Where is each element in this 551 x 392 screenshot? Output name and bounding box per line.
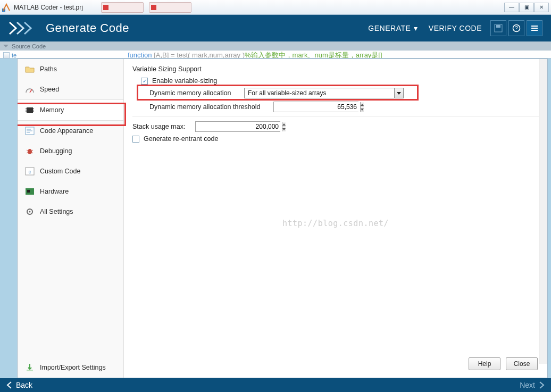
generate-reentrant-checkbox[interactable] <box>132 136 139 143</box>
spinner-up-icon[interactable] <box>282 122 286 127</box>
main-toolbar: Generate Code GENERATE ▾ VERIFY CODE ? <box>0 15 551 41</box>
sidebar-item-all-settings[interactable]: All Settings <box>18 202 123 222</box>
next-label: Next <box>520 381 535 389</box>
sidebar-item-label: Code Appearance <box>40 127 93 135</box>
footer-bar: Back Next <box>0 378 551 392</box>
svg-rect-7 <box>531 30 538 31</box>
page-heading: Generate Code <box>46 21 129 35</box>
background-tab <box>149 2 191 13</box>
import-export-icon <box>25 363 35 372</box>
dynamic-memory-allocation-label: Dynamic memory allocation <box>149 89 240 97</box>
sidebar-item-speed[interactable]: Speed <box>18 79 123 99</box>
sidebar-item-paths[interactable]: Paths <box>18 59 123 79</box>
gear-icon <box>25 207 35 216</box>
window-title: MATLAB Coder - test.prj <box>13 4 83 11</box>
next-button[interactable]: Next <box>520 381 545 389</box>
svg-text:?: ? <box>515 26 518 31</box>
spinner-down-icon[interactable] <box>282 127 286 131</box>
dropdown-caret-icon: ▾ <box>414 24 418 32</box>
save-icon[interactable] <box>490 20 506 36</box>
custom-code-icon: c <box>25 166 35 176</box>
help-icon[interactable]: ? <box>508 20 524 36</box>
background-tab <box>101 2 144 13</box>
chevron-right-icon <box>538 381 545 389</box>
svg-text:c: c <box>29 169 31 174</box>
spinner-down-icon[interactable] <box>361 107 364 112</box>
dropdown-value: For all variable-sized arrays <box>245 88 395 98</box>
sidebar-item-label: Paths <box>40 65 57 73</box>
maximize-button[interactable]: ▣ <box>519 3 534 12</box>
sidebar-item-custom-code[interactable]: c Custom Code <box>18 161 123 181</box>
import-export-settings[interactable]: Import/Export Settings <box>18 357 123 378</box>
logo-arrows-icon <box>9 21 36 35</box>
svg-rect-9 <box>27 107 33 113</box>
minimize-button[interactable]: — <box>504 3 519 12</box>
settings-sidebar: Paths Speed Memory Code Appearance Debug… <box>18 59 124 378</box>
sidebar-item-hardware[interactable]: Hardware <box>18 181 123 202</box>
threshold-spinner[interactable] <box>273 102 358 112</box>
code-appearance-icon <box>25 126 35 136</box>
memory-chip-icon <box>25 105 35 115</box>
vertical-scrollbar[interactable] <box>539 59 547 364</box>
sidebar-item-label: Memory <box>40 106 64 114</box>
help-button[interactable]: Help <box>469 357 500 370</box>
speedometer-icon <box>25 85 35 94</box>
sidebar-item-memory[interactable]: Memory <box>18 99 123 121</box>
generate-button[interactable]: GENERATE ▾ <box>364 21 422 36</box>
sidebar-item-label: All Settings <box>40 208 73 215</box>
sidebar-item-label: Hardware <box>40 188 69 195</box>
enable-variable-sizing-checkbox[interactable]: ✓ <box>141 78 148 85</box>
svg-line-8 <box>30 89 32 93</box>
svg-rect-5 <box>531 26 538 27</box>
window-titlebar: MATLAB Coder - test.prj — ▣ ✕ <box>0 0 551 15</box>
stack-usage-spinner[interactable] <box>195 121 280 132</box>
settings-content: Variable Sizing Support ✓ Enable variabl… <box>124 59 547 378</box>
svg-rect-6 <box>531 28 538 29</box>
back-label: Back <box>16 381 32 389</box>
chevron-down-icon <box>395 88 403 98</box>
generate-label: GENERATE <box>368 24 411 32</box>
sidebar-item-label: Custom Code <box>40 168 80 175</box>
source-code-label: Source Code <box>12 43 46 49</box>
source-code-strip[interactable]: Source Code <box>0 41 551 51</box>
file-tab-peek: te <box>3 52 16 59</box>
watermark: http://blog.csdn.net/ <box>124 219 547 228</box>
settings-panel-icon[interactable] <box>527 20 542 36</box>
settings-dialog: Paths Speed Memory Code Appearance Debug… <box>17 59 548 378</box>
divider <box>132 116 539 117</box>
generate-reentrant-label: Generate re-entrant code <box>144 135 218 143</box>
sidebar-item-code-appearance[interactable]: Code Appearance <box>18 121 123 141</box>
close-button[interactable]: Close <box>506 357 538 370</box>
code-peek: function [A,B] = test( mark,num,array )%… <box>0 51 551 59</box>
svg-point-20 <box>28 149 32 154</box>
sidebar-item-label: Debugging <box>40 147 72 155</box>
variable-sizing-group-header: Variable Sizing Support <box>132 65 539 73</box>
app-icon <box>2 3 11 12</box>
close-window-button[interactable]: ✕ <box>534 3 549 12</box>
threshold-label: Dynamic memory allocation threshold <box>149 103 269 111</box>
chevron-left-icon <box>6 381 13 389</box>
svg-point-30 <box>29 211 31 213</box>
threshold-input[interactable] <box>274 102 360 112</box>
stack-usage-label: Stack usage max: <box>132 123 191 130</box>
svg-rect-31 <box>27 370 33 371</box>
back-button[interactable]: Back <box>6 381 32 389</box>
spinner-up-icon[interactable] <box>361 102 364 107</box>
bug-icon <box>25 146 35 156</box>
sidebar-item-label: Speed <box>40 86 59 93</box>
folder-icon <box>25 64 35 74</box>
collapse-triangle-icon <box>3 45 9 47</box>
sidebar-item-label: Import/Export Settings <box>40 364 106 371</box>
svg-rect-28 <box>27 190 30 193</box>
sidebar-item-debugging[interactable]: Debugging <box>18 141 123 161</box>
dynamic-memory-allocation-dropdown[interactable]: For all variable-sized arrays <box>244 88 404 98</box>
hardware-board-icon <box>25 187 35 196</box>
verify-code-button[interactable]: VERIFY CODE <box>422 21 488 36</box>
file-icon <box>3 52 10 59</box>
svg-rect-2 <box>496 25 500 28</box>
stack-usage-input[interactable] <box>196 122 282 131</box>
enable-variable-sizing-label: Enable variable-sizing <box>152 77 217 85</box>
